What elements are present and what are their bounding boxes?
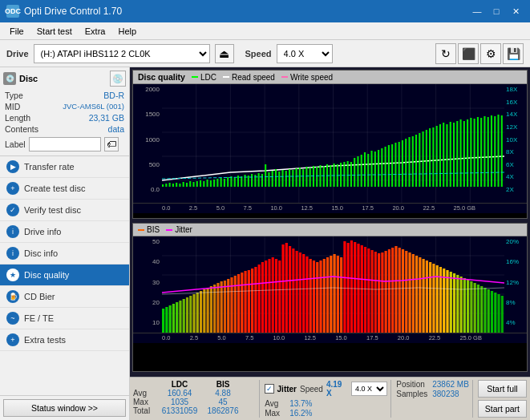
nav-icon-verify-test-disc: ✓	[6, 204, 19, 216]
nav-icon-extra-tests: +	[6, 333, 19, 346]
x-axis-bottom: 0.0 2.5 5.0 7.5 10.0 12.5 15.0 17.5 20.0…	[133, 333, 527, 343]
nav-label-transfer-rate: Transfer rate	[24, 162, 75, 172]
stat-avg-bis: 4.88	[202, 389, 244, 398]
minimize-button[interactable]: —	[469, 3, 485, 19]
svg-rect-74	[367, 154, 369, 187]
svg-rect-87	[412, 136, 414, 187]
y-axis-left-top: 2000 1500 1000 500 0.0	[133, 84, 162, 203]
x-axis-top: 0.0 2.5 5.0 7.5 10.0 12.5 15.0 17.5 20.0…	[133, 203, 527, 213]
svg-rect-172	[310, 259, 312, 333]
nav-icon-disc-info: i	[6, 247, 19, 260]
nav-label-disc-quality: Disc quality	[24, 270, 69, 280]
svg-rect-28	[210, 180, 212, 187]
svg-rect-206	[426, 260, 428, 333]
disc-label-input[interactable]	[29, 137, 101, 151]
svg-rect-202	[412, 254, 415, 333]
stop-button[interactable]: ⬛	[458, 43, 479, 64]
svg-rect-30	[216, 179, 218, 187]
disc-label-row: Label 🏷	[3, 136, 126, 152]
sidebar-item-disc-quality[interactable]: ★ Disc quality	[0, 265, 129, 286]
svg-rect-94	[436, 126, 438, 187]
eject-button[interactable]: ⏏	[215, 44, 234, 63]
menu-start-test[interactable]: Start test	[30, 25, 79, 38]
jitter-values: Avg 13.7% Max 16.2%	[265, 399, 387, 418]
menu-help[interactable]: Help	[111, 25, 143, 38]
speed-select-stats[interactable]: 4.0 X	[351, 382, 387, 396]
svg-rect-16	[169, 183, 171, 187]
svg-rect-139	[196, 293, 199, 333]
svg-rect-53	[296, 168, 297, 187]
svg-rect-46	[272, 171, 273, 187]
close-button[interactable]: ✕	[508, 3, 524, 19]
sidebar-item-fe-te[interactable]: ~ FE / TE	[0, 308, 129, 329]
sidebar-item-verify-test-disc[interactable]: ✓ Verify test disc	[0, 200, 129, 221]
legend-ldc: LDC	[192, 73, 216, 82]
app-title: Opti Drive Control 1.70	[24, 6, 122, 17]
nav-icon-fe-te: ~	[6, 312, 19, 325]
svg-rect-145	[216, 283, 219, 333]
options-button[interactable]: ⚙	[480, 43, 501, 64]
svg-rect-167	[292, 248, 294, 333]
svg-rect-49	[281, 170, 283, 187]
drive-label: Drive	[6, 49, 29, 59]
nav-label-cd-bier: CD Bier	[24, 292, 55, 301]
jitter-checkbox[interactable]: ✓	[265, 384, 273, 394]
status-window-button[interactable]: Status window >>	[3, 399, 126, 417]
svg-rect-137	[189, 296, 192, 333]
svg-rect-92	[429, 128, 431, 187]
svg-rect-29	[213, 180, 215, 187]
sidebar-item-transfer-rate[interactable]: ▶ Transfer rate	[0, 156, 129, 178]
svg-rect-17	[172, 184, 174, 187]
svg-rect-158	[261, 262, 264, 333]
svg-rect-141	[203, 289, 205, 333]
disc-label-btn[interactable]: 🏷	[104, 137, 119, 151]
svg-rect-102	[463, 121, 465, 187]
disc-panel: 💿 Disc 💿 Type BD-R MID JVC-AMS6L (001) L…	[0, 67, 129, 156]
disc-icon-btn[interactable]: 💿	[110, 71, 126, 87]
svg-rect-181	[340, 257, 342, 333]
maximize-button[interactable]: □	[488, 3, 504, 19]
svg-rect-101	[459, 119, 461, 187]
svg-rect-70	[354, 158, 355, 187]
sidebar-item-disc-info[interactable]: i Disc info	[0, 243, 129, 265]
svg-rect-170	[302, 254, 305, 333]
chart-top-title: Disc quality LDC Read speed Write speed	[133, 71, 527, 84]
stat-total-bis: 1862876	[202, 406, 244, 415]
svg-rect-196	[391, 248, 394, 333]
sidebar-item-drive-info[interactable]: i Drive info	[0, 221, 129, 243]
svg-rect-48	[278, 172, 280, 187]
svg-rect-212	[446, 270, 448, 333]
stat-max-bis: 45	[202, 398, 244, 406]
speed-select[interactable]: 4.0 X	[277, 44, 333, 63]
svg-rect-25	[200, 180, 201, 187]
legend-write-speed-color	[281, 76, 288, 78]
y-axis-left-bottom: 50 40 30 20 10	[133, 236, 162, 333]
disc-icon: 💿	[3, 72, 16, 85]
svg-rect-93	[432, 127, 434, 187]
svg-rect-203	[415, 256, 418, 333]
menu-extra[interactable]: Extra	[79, 25, 112, 38]
svg-rect-41	[254, 175, 256, 187]
svg-rect-201	[408, 252, 411, 333]
start-full-button[interactable]: Start full	[478, 380, 527, 398]
svg-rect-214	[453, 273, 455, 333]
nav-label-fe-te: FE / TE	[24, 313, 54, 323]
start-part-button[interactable]: Start part	[478, 400, 527, 418]
sidebar-item-create-test-disc[interactable]: + Create test disc	[0, 178, 129, 200]
nav-label-extra-tests: Extra tests	[24, 335, 66, 345]
svg-rect-220	[474, 283, 476, 333]
drive-select[interactable]: (H:) ATAPI iHBS112 2 CL0K	[34, 44, 210, 63]
svg-rect-129	[162, 309, 164, 333]
svg-rect-54	[299, 168, 301, 187]
nav-label-disc-info: Disc info	[24, 248, 58, 258]
nav-icon-cd-bier: 🍺	[6, 290, 19, 303]
svg-rect-36	[237, 176, 239, 187]
svg-rect-146	[220, 281, 223, 333]
sidebar-item-extra-tests[interactable]: + Extra tests	[0, 329, 129, 351]
refresh-button[interactable]: ↻	[435, 43, 456, 64]
svg-rect-72	[361, 155, 362, 187]
menu-file[interactable]: File	[3, 25, 30, 38]
save-button[interactable]: 💾	[503, 43, 524, 64]
svg-rect-88	[415, 135, 417, 187]
sidebar-item-cd-bier[interactable]: 🍺 CD Bier	[0, 286, 129, 308]
